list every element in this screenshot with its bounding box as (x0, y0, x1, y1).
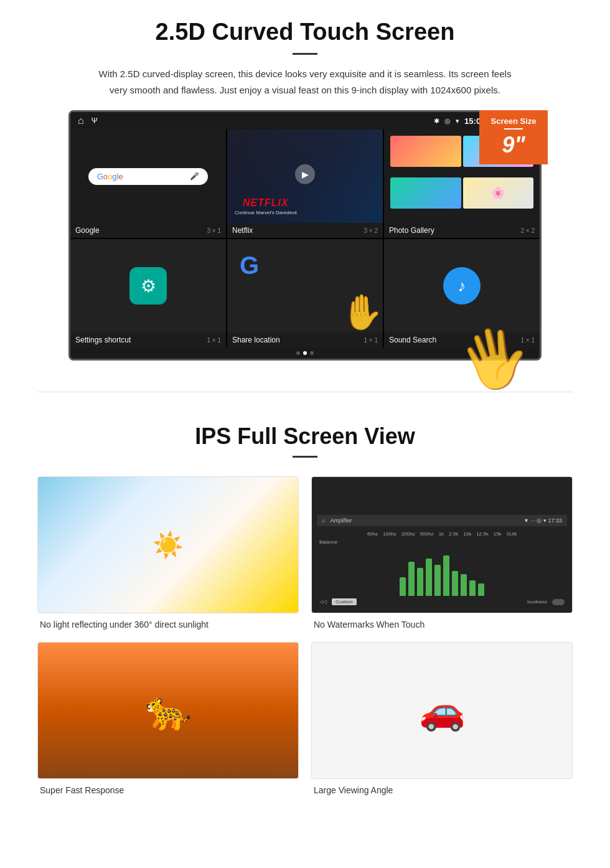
amp-bars (317, 546, 567, 596)
settings-label-row: Settings shortcut 1 × 1 (70, 333, 226, 347)
device-frame: ⌂ Ψ ✱ ◎ ▾ 15:06 📷 🔊 ✕ □ (68, 110, 542, 361)
amp-bar-7 (452, 571, 458, 596)
amp-bar-1 (400, 577, 406, 596)
title-underline (293, 53, 317, 55)
app-cell-netflix[interactable]: ▶ NETFLIX Continue Marvel's Daredevil Ne… (227, 130, 383, 238)
google-label: Google (75, 226, 100, 235)
badge-size: 9" (488, 132, 539, 158)
cheetah-visual: 🐆 (38, 643, 298, 778)
cheetah-image: 🐆 (37, 642, 299, 779)
section1-title: 2.5D Curved Touch Screen (37, 19, 573, 45)
sunlight-label: No light reflecting under 360° direct su… (37, 620, 299, 630)
netflix-logo: NETFLIX (235, 197, 297, 209)
car-label: Large Viewing Angle (311, 785, 573, 795)
play-button[interactable]: ▶ (295, 164, 315, 184)
screen-size-badge: Screen Size 9" (479, 110, 548, 164)
gallery-label-row: Photo Gallery 2 × 2 (384, 223, 540, 238)
app-grid: Google 🎤 Google 3 × 1 (70, 130, 540, 347)
amp-bar-2 (408, 562, 415, 596)
app-cell-share-location[interactable]: G 🤚 Share location 1 × 1 (227, 239, 383, 347)
sunlight-image: ☀️ (37, 476, 299, 613)
app-cell-settings[interactable]: ⚙ Settings shortcut 1 × 1 (70, 239, 226, 347)
car-image: 🚗 (311, 642, 573, 779)
cheetah-label: Super Fast Response (37, 785, 299, 795)
share-cell-inner: G 🤚 (227, 239, 383, 333)
google-cell-inner: Google 🎤 (70, 130, 226, 223)
share-size: 1 × 1 (364, 337, 378, 344)
google-size: 3 × 1 (207, 227, 221, 234)
dot-3 (310, 351, 314, 355)
sound-label: Sound Search (389, 336, 436, 344)
settings-icon: ⚙ (129, 267, 167, 304)
amp-header: ⌂Amplifier▼ ··· ◎ ▾ 17:33 (317, 515, 567, 526)
netflix-size: 3 × 2 (364, 227, 378, 234)
location-icon: ◎ (444, 117, 451, 125)
sound-icon: ♪ (443, 267, 481, 304)
feature-item-cheetah: 🐆 Super Fast Response (37, 642, 299, 795)
amp-bar-3 (417, 568, 423, 596)
bluetooth-icon: ✱ (434, 117, 439, 125)
section2-title: IPS Full Screen View (37, 423, 573, 450)
gallery-label: Photo Gallery (389, 226, 434, 235)
netflix-label-row: Netflix 3 × 2 (227, 223, 383, 238)
section-curved-screen: 2.5D Curved Touch Screen With 2.5D curve… (0, 0, 610, 373)
badge-title: Screen Size (488, 116, 539, 126)
hand-pointing: 🤚 (340, 292, 383, 333)
amp-bar-10 (478, 583, 484, 596)
share-label-row: Share location 1 × 1 (227, 333, 383, 347)
car-visual: 🚗 (312, 643, 572, 778)
status-left: ⌂ Ψ (78, 115, 98, 126)
amp-bar-8 (461, 574, 467, 596)
section-ips-view: IPS Full Screen View ☀️ No light reflect… (0, 411, 610, 814)
device-mockup: Screen Size 9" ⌂ Ψ ✱ ◎ ▾ 15:06 📷 🔊 ✕ (68, 110, 542, 361)
badge-line (504, 128, 523, 130)
amp-bar-5 (434, 565, 441, 596)
sunlight-visual: ☀️ (38, 477, 298, 613)
settings-label: Settings shortcut (75, 336, 131, 344)
mic-icon: 🎤 (190, 172, 199, 181)
usb-icon: Ψ (92, 116, 98, 125)
settings-size: 1 × 1 (207, 337, 221, 344)
app-cell-google[interactable]: Google 🎤 Google 3 × 1 (70, 130, 226, 238)
status-bar: ⌂ Ψ ✱ ◎ ▾ 15:06 📷 🔊 ✕ □ (70, 112, 540, 130)
amp-bar-4 (426, 559, 432, 596)
feature-item-amplifier: ⌂Amplifier▼ ··· ◎ ▾ 17:33 60hz100hz200hz… (311, 476, 573, 630)
home-icon: ⌂ (78, 115, 84, 126)
gallery-thumb-3 (390, 177, 461, 209)
gallery-thumb-4: 🌸 (463, 177, 534, 209)
netflix-cell-inner: ▶ NETFLIX Continue Marvel's Daredevil (227, 130, 383, 223)
g-logo-big: G (240, 252, 259, 280)
google-label-row: Google 3 × 1 (70, 223, 226, 238)
amp-bar-6 (443, 555, 449, 596)
amplifier-label: No Watermarks When Touch (311, 620, 573, 630)
gallery-thumb-1 (390, 136, 461, 167)
feature-item-car: 🚗 Large Viewing Angle (311, 642, 573, 795)
netflix-label: Netflix (232, 226, 253, 235)
section2-underline (293, 456, 317, 458)
amp-bar-9 (469, 580, 476, 596)
share-label: Share location (232, 336, 280, 344)
wifi-icon: ▾ (456, 117, 459, 125)
feature-item-sunlight: ☀️ No light reflecting under 360° direct… (37, 476, 299, 630)
amplifier-visual: ⌂Amplifier▼ ··· ◎ ▾ 17:33 60hz100hz200hz… (312, 477, 572, 613)
dot-1 (296, 351, 300, 355)
google-search-bar[interactable]: Google 🎤 (88, 168, 209, 185)
amplifier-image: ⌂Amplifier▼ ··· ◎ ▾ 17:33 60hz100hz200hz… (311, 476, 573, 613)
netflix-subtitle: Continue Marvel's Daredevil (235, 210, 297, 215)
gallery-size: 2 × 2 (520, 227, 535, 234)
section1-description: With 2.5D curved-display screen, this de… (93, 66, 517, 98)
dot-2 (303, 351, 307, 355)
google-logo: Google (97, 172, 123, 181)
settings-cell-inner: ⚙ (70, 239, 226, 333)
feature-grid: ☀️ No light reflecting under 360° direct… (37, 476, 573, 795)
netflix-overlay: NETFLIX Continue Marvel's Daredevil (235, 197, 297, 215)
